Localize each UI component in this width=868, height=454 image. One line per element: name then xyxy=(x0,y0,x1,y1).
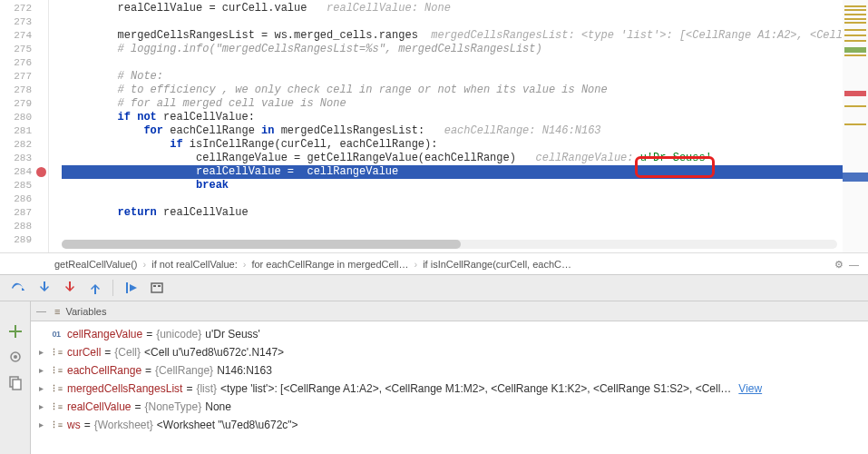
scrollbar-thumb[interactable] xyxy=(62,240,461,249)
collapse-icon[interactable]: — xyxy=(36,305,49,318)
view-link[interactable]: View xyxy=(738,380,762,398)
step-over-button[interactable] xyxy=(11,281,25,295)
breakpoint-icon[interactable] xyxy=(36,167,46,177)
variable-name: mergedCellsRangesList xyxy=(67,380,182,398)
variable-type-icon: ⋮≡ xyxy=(49,419,63,431)
line-number: 282 xyxy=(0,138,48,152)
variable-value: u'Dr Seuss' xyxy=(205,325,260,343)
code-line[interactable]: return realCellValue xyxy=(62,206,843,220)
variable-value: None xyxy=(205,398,231,416)
line-number: 285 xyxy=(0,179,48,192)
run-to-cursor-button[interactable] xyxy=(124,281,139,295)
expand-icon[interactable]: ▸ xyxy=(36,361,45,380)
variable-row[interactable]: 01cellRangeValue = {unicode} u'Dr Seuss' xyxy=(36,325,868,343)
variable-type: {NoneType} xyxy=(145,398,202,416)
code-line[interactable]: realCellValue = curCell.value realCellVa… xyxy=(62,2,843,15)
svg-rect-2 xyxy=(158,285,161,287)
variable-type-icon: 01 xyxy=(49,328,63,340)
line-number: 286 xyxy=(0,192,48,206)
code-line[interactable]: if isInCellRange(curCell, eachCellRange)… xyxy=(62,138,843,152)
variable-value: <Cell u'\u7ed8\u672c'.N147> xyxy=(144,343,284,361)
copy-button[interactable] xyxy=(7,374,24,390)
minimize-icon[interactable]: — xyxy=(849,253,859,275)
variable-name: ws xyxy=(67,416,81,434)
variable-type-icon: ⋮≡ xyxy=(49,400,63,413)
variable-row[interactable]: ▸⋮≡curCell = {Cell} <Cell u'\u7ed8\u672c… xyxy=(36,343,868,361)
code-line[interactable] xyxy=(62,15,843,29)
chevron-right-icon: › xyxy=(414,253,417,275)
variable-name: eachCellRange xyxy=(67,361,141,380)
line-number: 284 xyxy=(0,165,48,179)
line-number: 275 xyxy=(0,43,48,56)
line-number: 276 xyxy=(0,56,48,70)
chevron-right-icon: › xyxy=(143,253,147,275)
code-line[interactable]: # Note: xyxy=(62,70,843,84)
svg-point-4 xyxy=(14,355,17,359)
code-line[interactable]: if not realCellValue: xyxy=(62,111,843,124)
expand-icon[interactable]: ▸ xyxy=(36,343,45,361)
variable-type-icon: ⋮≡ xyxy=(49,364,63,377)
code-line[interactable]: # for all merged cell value is None xyxy=(62,97,843,111)
line-number: 289 xyxy=(0,233,48,247)
variable-type: {unicode} xyxy=(156,325,201,343)
variable-type: {Worksheet} xyxy=(94,416,153,434)
code-area[interactable]: realCellValue = curCell.value realCellVa… xyxy=(62,0,843,252)
expand-icon[interactable]: ▸ xyxy=(36,398,45,416)
variables-icon: ≡ xyxy=(54,306,60,317)
code-line[interactable]: # to efficiency , we only check cell in … xyxy=(62,84,843,97)
force-step-into-button[interactable] xyxy=(62,281,76,295)
variables-panel: — ≡ Variables 01cellRangeValue = {unicod… xyxy=(0,301,868,454)
step-out-button[interactable] xyxy=(87,281,102,295)
variable-value: <Worksheet "\u7ed8\u672c"> xyxy=(157,416,298,434)
code-line[interactable] xyxy=(62,192,843,206)
line-number: 272 xyxy=(0,2,48,15)
code-line[interactable]: realCellValue = cellRangeValue xyxy=(62,165,843,179)
breadcrumb-item[interactable]: if not realCellValue: xyxy=(151,253,238,275)
breadcrumb-bar: getRealCellValue() › if not realCellValu… xyxy=(0,252,868,274)
breadcrumb-item[interactable]: getRealCellValue() xyxy=(54,253,138,275)
variable-row[interactable]: ▸⋮≡ws = {Worksheet} <Worksheet "\u7ed8\u… xyxy=(36,416,868,434)
line-number: 274 xyxy=(0,29,48,43)
watch-button[interactable] xyxy=(7,349,24,365)
variable-row[interactable]: ▸⋮≡eachCellRange = {CellRange} N146:N163 xyxy=(36,361,868,380)
svg-rect-0 xyxy=(151,283,162,292)
variable-row[interactable]: ▸⋮≡realCellValue = {NoneType} None xyxy=(36,398,868,416)
code-line[interactable]: break xyxy=(62,179,843,192)
svg-rect-1 xyxy=(153,285,156,287)
debug-toolbar xyxy=(0,274,868,301)
variable-type: {list} xyxy=(196,380,217,398)
minimap[interactable] xyxy=(843,0,868,252)
line-number: 273 xyxy=(0,15,48,29)
line-number: 277 xyxy=(0,70,48,84)
variable-name: realCellValue xyxy=(67,398,131,416)
variable-value: N146:N163 xyxy=(217,361,272,380)
variable-value: <type 'list'>: [<CellRange A1:A2>, <Cell… xyxy=(220,380,731,398)
variable-name: curCell xyxy=(67,343,101,361)
expand-icon[interactable]: ▸ xyxy=(36,416,45,434)
code-line[interactable]: mergedCellsRangesList = ws.merged_cells.… xyxy=(62,29,843,43)
add-watch-button[interactable] xyxy=(7,323,24,340)
evaluate-button[interactable] xyxy=(150,281,164,295)
svg-rect-6 xyxy=(13,380,21,390)
code-line[interactable] xyxy=(62,220,843,233)
variable-type: {CellRange} xyxy=(155,361,213,380)
line-number: 281 xyxy=(0,124,48,138)
breadcrumb-item[interactable]: if isInCellRange(curCell, eachC… xyxy=(423,253,571,275)
variables-tree[interactable]: 01cellRangeValue = {unicode} u'Dr Seuss'… xyxy=(31,321,868,454)
fold-gutter xyxy=(49,0,62,252)
code-line[interactable]: # logging.info("mergedCellsRangesList=%s… xyxy=(62,43,843,56)
variable-name: cellRangeValue xyxy=(67,325,142,343)
horizontal-scrollbar[interactable] xyxy=(62,240,837,249)
variable-row[interactable]: ▸⋮≡mergedCellsRangesList = {list} <type … xyxy=(36,380,868,398)
code-line[interactable] xyxy=(62,56,843,70)
line-number: 287 xyxy=(0,206,48,220)
expand-icon[interactable]: ▸ xyxy=(36,380,45,398)
gear-icon[interactable]: ⚙ xyxy=(834,253,844,275)
code-line[interactable]: for eachCellRange in mergedCellsRangesLi… xyxy=(62,124,843,138)
step-into-button[interactable] xyxy=(36,281,51,295)
breadcrumb-item[interactable]: for eachCellRange in mergedCell… xyxy=(251,253,408,275)
variables-header: — ≡ Variables xyxy=(31,301,868,321)
code-line[interactable]: cellRangeValue = getCellRangeValue(eachC… xyxy=(62,152,843,165)
variables-title: Variables xyxy=(65,306,106,317)
code-editor[interactable]: 2722732742752762772782792802812822832842… xyxy=(0,0,868,252)
